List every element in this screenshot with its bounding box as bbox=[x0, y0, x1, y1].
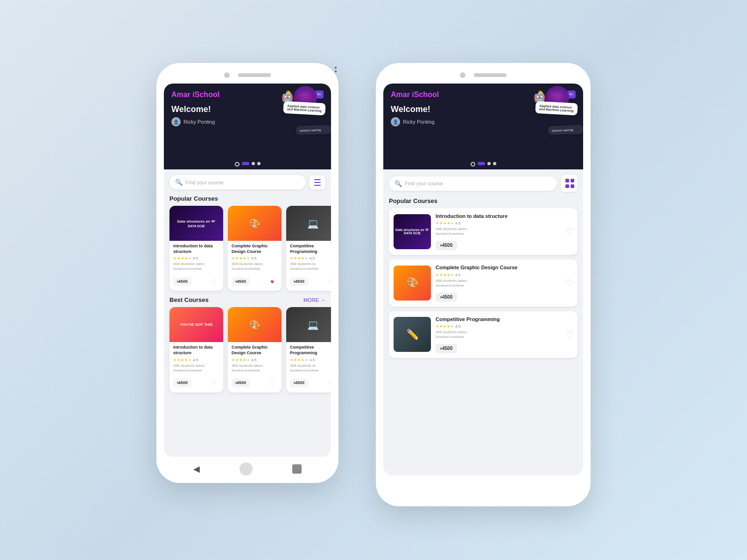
list-duration-ds: Duration 5 monthes bbox=[436, 232, 561, 235]
large-dot-4[interactable] bbox=[493, 162, 496, 165]
carousel-dot-4[interactable] bbox=[257, 162, 261, 165]
list-item-competitive[interactable]: ✏️ Competitive Programming ★ ★ ★ ★ ★ 4.5… bbox=[389, 311, 578, 358]
list-heart-graphic[interactable]: ♡ bbox=[565, 278, 573, 288]
filter-button-small[interactable] bbox=[310, 175, 325, 189]
phone-large-top bbox=[383, 72, 583, 78]
search-placeholder-large: Find your course bbox=[405, 181, 443, 186]
popular-course-card-3[interactable]: 💻 Competitive Programming ★ ★ ★ ★ ★ 4.5 … bbox=[286, 206, 331, 291]
popular-courses-scroll: Data structures en 'R' DATA SCIE Introdu… bbox=[164, 206, 331, 294]
star-3: ★ bbox=[181, 256, 184, 260]
list-name-competitive: Competitive Programming bbox=[436, 316, 561, 322]
best-course-card-2[interactable]: 🎨 Complete Graphic Design Course ★ ★ ★ ★… bbox=[228, 307, 282, 392]
banner-dots-large bbox=[383, 158, 583, 169]
search-bar-large[interactable]: 🔍 Find your course bbox=[389, 176, 557, 191]
large-dot-2[interactable] bbox=[478, 162, 485, 165]
best-course-card-3[interactable]: 💻 Competitive Programming ★ ★ ★ ★ ★ 4.5 … bbox=[286, 307, 331, 392]
thumb-comp-2: 💻 bbox=[286, 307, 331, 342]
best-price-3: ৳4500 bbox=[290, 378, 308, 387]
user-avatar-large: 👤 bbox=[391, 117, 400, 126]
duration-3: Duration 5 monthes bbox=[290, 267, 331, 270]
more-link-small[interactable]: MORE → bbox=[303, 297, 325, 303]
app-header-large: Amar iSchool 🔔 ENG বাং Welcome! 👤 Ricky … bbox=[383, 84, 583, 158]
best-name-1: Introduction to data structure bbox=[173, 345, 219, 356]
rating-3: 4.5 bbox=[310, 256, 315, 260]
search-bar-small[interactable]: 🔍 Find your course bbox=[169, 175, 306, 189]
nav-square-btn[interactable] bbox=[292, 464, 302, 474]
search-icon-large: 🔍 bbox=[395, 180, 402, 187]
best-info-1: Introduction to data structure ★ ★ ★ ★ ★… bbox=[169, 342, 223, 377]
grid-sq-1 bbox=[565, 179, 569, 182]
list-duration-graphic: Duration 5 monthes bbox=[436, 284, 561, 287]
thumb-graphic-2: 🎨 bbox=[228, 307, 282, 342]
list-info-competitive: Competitive Programming ★ ★ ★ ★ ★ 4.5 46… bbox=[436, 316, 561, 353]
heart-btn-3[interactable]: ♡ bbox=[325, 276, 331, 287]
star-7: ★ bbox=[235, 256, 239, 260]
star-2: ★ bbox=[177, 256, 180, 260]
star-13: ★ bbox=[297, 256, 301, 260]
rating-2: 4.5 bbox=[251, 256, 256, 260]
banner-dots-small bbox=[164, 158, 331, 169]
star-11: ★ bbox=[290, 256, 293, 260]
carousel-dot-3[interactable] bbox=[252, 162, 255, 165]
duration-2: Duration 5 monthes bbox=[232, 267, 278, 270]
best-students-3: 468 students ta bbox=[290, 364, 331, 368]
list-stars-ds: ★ ★ ★ ★ ★ 4.5 bbox=[436, 221, 561, 225]
best-stars-3: ★ ★ ★ ★ ★ 4.5 bbox=[290, 358, 331, 362]
best-footer-1: ৳4500 ♡ bbox=[169, 378, 223, 392]
star-6: ★ bbox=[232, 256, 235, 260]
best-title-small: Best Courses bbox=[169, 296, 209, 303]
duration-1: Duration 5 monthes bbox=[173, 267, 219, 270]
best-heart-1[interactable]: ♡ bbox=[208, 378, 219, 389]
heart-btn-1[interactable]: ♡ bbox=[208, 276, 219, 287]
list-students-ds: 468 students takes bbox=[436, 227, 561, 231]
star-14: ★ bbox=[301, 256, 304, 260]
phone-top-bar bbox=[164, 72, 331, 78]
star-10: ★ bbox=[247, 256, 250, 260]
best-price-1: ৳4500 bbox=[173, 378, 191, 387]
popular-course-card-2[interactable]: 🎨 Complete Graphic Design Course ★ ★ ★ ★… bbox=[228, 206, 282, 291]
popular-course-card-1[interactable]: Data structures en 'R' DATA SCIE Introdu… bbox=[169, 206, 223, 291]
best-heart-2[interactable]: ♡ bbox=[267, 378, 278, 389]
list-item-ds[interactable]: Data structures en 'R' DATA SCIE Introdu… bbox=[389, 208, 578, 255]
course-info-3: Competitive Programming ★ ★ ★ ★ ★ 4.5 46… bbox=[286, 241, 331, 276]
card-text-2: science Learning bbox=[300, 128, 321, 132]
phone-large-speaker bbox=[474, 73, 507, 77]
nav-home-btn[interactable] bbox=[240, 462, 253, 476]
list-item-graphic[interactable]: 🎨 Complete Graphic Design Course ★ ★ ★ ★… bbox=[389, 259, 578, 306]
filter-line-2 bbox=[314, 182, 321, 183]
list-thumb-graphic: 🎨 bbox=[394, 266, 431, 301]
list-duration-competitive: Duration 5 monthes bbox=[436, 335, 561, 338]
card-footer-2: ৳4500 ♥ bbox=[228, 276, 282, 291]
list-stars-competitive: ★ ★ ★ ★ ★ 4.5 bbox=[436, 324, 561, 329]
best-students-1: 468 students takes bbox=[173, 364, 219, 368]
logo-text-small: Amar iSchool bbox=[171, 91, 219, 98]
list-info-ds: Introduction to data structure ★ ★ ★ ★ ★… bbox=[436, 213, 561, 250]
heart-btn-2[interactable]: ♥ bbox=[267, 276, 278, 287]
best-course-card-1[interactable]: YOU'VE GOT THIS Introduction to data str… bbox=[169, 307, 223, 392]
list-students-competitive: 468 students takes bbox=[436, 330, 561, 334]
floating-card-large-2: science Learning bbox=[548, 125, 583, 135]
star-9: ★ bbox=[243, 256, 246, 260]
grid-filter-btn[interactable] bbox=[561, 175, 578, 192]
user-avatar-small: 👤 bbox=[171, 117, 181, 126]
carousel-dot-2[interactable] bbox=[242, 162, 249, 165]
students-2: 468 students takes bbox=[232, 262, 278, 266]
large-dot-1[interactable] bbox=[471, 162, 475, 167]
search-section-small: 🔍 Find your course bbox=[164, 169, 331, 193]
list-name-graphic: Complete Graphic Design Course bbox=[436, 264, 561, 271]
best-courses-scroll: YOU'VE GOT THIS Introduction to data str… bbox=[164, 307, 331, 396]
students-1: 468 students takes bbox=[173, 262, 219, 266]
floating-card-1: Applied data science and Machine Learnin… bbox=[283, 101, 325, 116]
nav-back-btn[interactable]: ◀ bbox=[193, 464, 200, 474]
large-dot-3[interactable] bbox=[487, 162, 491, 165]
list-info-graphic: Complete Graphic Design Course ★ ★ ★ ★ ★… bbox=[436, 264, 561, 301]
best-info-3: Competitive Programming ★ ★ ★ ★ ★ 4.5 46… bbox=[286, 342, 331, 377]
list-heart-competitive[interactable]: ♡ bbox=[565, 329, 573, 340]
card-text-large-1: Applied data science and Machine Learnin… bbox=[539, 104, 574, 112]
user-name-large: Ricky Ponting bbox=[403, 119, 434, 125]
card-text-large-2: science Learning bbox=[552, 128, 573, 132]
best-heart-3[interactable]: ♡ bbox=[325, 378, 331, 389]
card-footer-1: ৳4500 ♡ bbox=[169, 276, 223, 291]
list-heart-ds[interactable]: ♡ bbox=[565, 226, 573, 237]
carousel-dot-1[interactable] bbox=[235, 162, 240, 167]
